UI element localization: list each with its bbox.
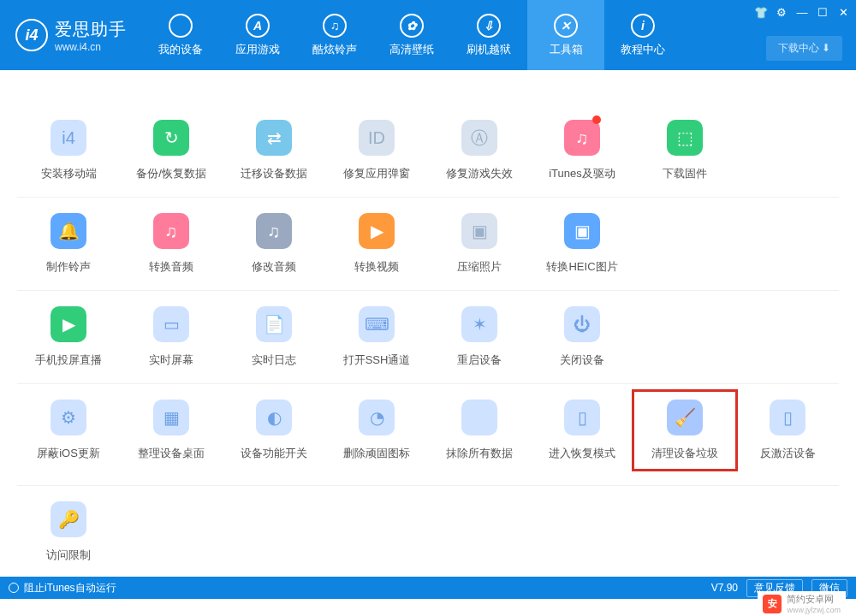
nav-item-2[interactable]: ♫酷炫铃声: [296, 0, 373, 70]
tool-item[interactable]: ⬚下载固件: [633, 120, 736, 181]
tool-icon: [461, 400, 497, 435]
nav-item-1[interactable]: A应用游戏: [219, 0, 296, 70]
nav-label: 高清壁纸: [389, 42, 434, 57]
tool-icon: ▶: [51, 306, 86, 342]
tool-row: 🔑访问限制: [17, 485, 839, 578]
nav-icon: i: [631, 14, 655, 38]
tool-label: 打开SSH通道: [343, 352, 411, 368]
tool-item[interactable]: ▶手机投屏直播: [17, 306, 120, 368]
tool-icon: 📄: [256, 306, 292, 342]
nav-item-0[interactable]: 我的设备: [142, 0, 219, 70]
tool-icon: ⇄: [256, 120, 292, 156]
block-itunes-label[interactable]: 阻止iTunes自动运行: [24, 581, 116, 595]
tool-icon: ♫: [153, 213, 189, 249]
close-button[interactable]: ✕: [835, 5, 851, 19]
tool-item[interactable]: ⚙屏蔽iOS更新: [17, 400, 120, 470]
tool-label: 实时日志: [252, 352, 296, 368]
tool-item[interactable]: 🧹清理设备垃圾: [633, 391, 736, 470]
maximize-button[interactable]: ☐: [815, 5, 830, 19]
tool-item[interactable]: ⇄迁移设备数据: [223, 120, 325, 181]
status-bar: 阻止iTunes自动运行 V7.90 意见反馈 微信: [0, 577, 856, 599]
tool-icon: ▣: [461, 213, 497, 249]
tool-label: 迁移设备数据: [241, 166, 307, 181]
nav-item-6[interactable]: i教程中心: [604, 0, 681, 70]
tool-item[interactable]: ⌨打开SSH通道: [325, 306, 428, 368]
tool-item[interactable]: ▦整理设备桌面: [120, 400, 223, 470]
app-url: www.i4.cn: [55, 41, 127, 53]
tool-item[interactable]: ◐设备功能开关: [223, 400, 325, 470]
tool-item[interactable]: ⏻关闭设备: [531, 306, 633, 368]
tool-icon: ♫: [564, 120, 600, 156]
tool-label: 实时屏幕: [149, 352, 193, 368]
tool-label: 备份/恢复数据: [136, 166, 206, 181]
nav-icon: [169, 14, 193, 38]
tool-item[interactable]: ◔删除顽固图标: [325, 400, 428, 470]
tool-icon: ◐: [256, 400, 292, 435]
tool-icon: ▶: [359, 213, 395, 249]
nav-item-5[interactable]: ✕工具箱: [527, 0, 604, 70]
tool-item[interactable]: ▣压缩照片: [428, 213, 531, 275]
nav-label: 教程中心: [621, 42, 665, 57]
radio-icon[interactable]: [9, 583, 19, 593]
tool-label: 屏蔽iOS更新: [37, 446, 100, 461]
nav-label: 酷炫铃声: [312, 42, 357, 57]
tool-item[interactable]: ♫转换音频: [120, 213, 223, 275]
tool-item[interactable]: ✶重启设备: [428, 306, 531, 368]
tool-icon: 🔔: [51, 213, 86, 249]
nav-item-4[interactable]: ⇩刷机越狱: [450, 0, 527, 70]
tool-item[interactable]: ▯进入恢复模式: [531, 400, 633, 470]
tool-item[interactable]: ▭实时屏幕: [120, 306, 223, 368]
tool-item[interactable]: ▯反激活设备: [736, 400, 839, 470]
tool-label: 设备功能开关: [241, 446, 307, 461]
tool-icon: ◔: [359, 400, 395, 435]
tool-item[interactable]: ▶转换视频: [325, 213, 428, 275]
tool-item[interactable]: 📄实时日志: [223, 306, 325, 368]
tool-item[interactable]: Ⓐ修复游戏失效: [428, 120, 531, 181]
logo-text: 爱思助手 www.i4.cn: [55, 18, 127, 53]
version-label: V7.90: [711, 582, 738, 594]
tool-label: 压缩照片: [457, 259, 502, 275]
tool-item[interactable]: 抹除所有数据: [428, 400, 531, 470]
tool-item[interactable]: ♫iTunes及驱动: [531, 120, 633, 181]
tool-label: 抹除所有数据: [446, 446, 513, 461]
tool-item[interactable]: 🔑访问限制: [17, 501, 120, 563]
tool-icon: ⏻: [564, 306, 600, 342]
tool-icon: ▯: [770, 400, 805, 435]
tool-row: i4安装移动端↻备份/恢复数据⇄迁移设备数据ID修复应用弹窗Ⓐ修复游戏失效♫iT…: [17, 104, 839, 197]
tool-icon: ▯: [564, 400, 600, 435]
main-nav: 我的设备A应用游戏♫酷炫铃声✿高清壁纸⇩刷机越狱✕工具箱i教程中心: [142, 0, 681, 70]
tool-icon: ✶: [461, 306, 497, 342]
tool-icon: ⚙: [51, 400, 86, 435]
skin-icon[interactable]: 👕: [753, 5, 769, 19]
tool-label: 重启设备: [457, 352, 502, 368]
tool-label: 整理设备桌面: [138, 446, 205, 461]
tool-icon: ▭: [153, 306, 189, 342]
tool-icon: 🧹: [667, 400, 703, 435]
nav-label: 应用游戏: [235, 42, 280, 57]
tool-icon: Ⓐ: [461, 120, 497, 156]
notification-dot-icon: [592, 116, 601, 124]
download-center-button[interactable]: 下载中心 ⬇: [766, 36, 842, 61]
tool-item[interactable]: ID修复应用弹窗: [325, 120, 428, 181]
nav-icon: ✕: [554, 14, 578, 38]
window-controls: 👕 ⚙ — ☐ ✕: [753, 5, 851, 19]
tool-label: 安装移动端: [41, 166, 97, 181]
tool-item[interactable]: ♫修改音频: [223, 213, 325, 275]
nav-icon: ⇩: [477, 14, 501, 38]
tool-item[interactable]: 🔔制作铃声: [17, 213, 120, 275]
nav-icon: ✿: [400, 14, 424, 38]
settings-icon[interactable]: ⚙: [774, 5, 789, 19]
tool-label: 关闭设备: [560, 352, 604, 368]
tool-icon: ⌨: [359, 306, 395, 342]
nav-item-3[interactable]: ✿高清壁纸: [373, 0, 450, 70]
tool-label: 清理设备垃圾: [651, 446, 718, 461]
tool-label: 转换HEIC图片: [546, 259, 617, 275]
tool-item[interactable]: ↻备份/恢复数据: [120, 120, 223, 181]
tool-label: 转换音频: [149, 259, 193, 275]
tool-item[interactable]: i4安装移动端: [17, 120, 120, 181]
minimize-button[interactable]: —: [794, 5, 810, 19]
tool-row: ▶手机投屏直播▭实时屏幕📄实时日志⌨打开SSH通道✶重启设备⏻关闭设备: [17, 290, 839, 383]
tool-item[interactable]: ▣转换HEIC图片: [531, 213, 633, 275]
tool-label: 转换视频: [354, 259, 399, 275]
tool-row: 🔔制作铃声♫转换音频♫修改音频▶转换视频▣压缩照片▣转换HEIC图片: [17, 197, 839, 290]
